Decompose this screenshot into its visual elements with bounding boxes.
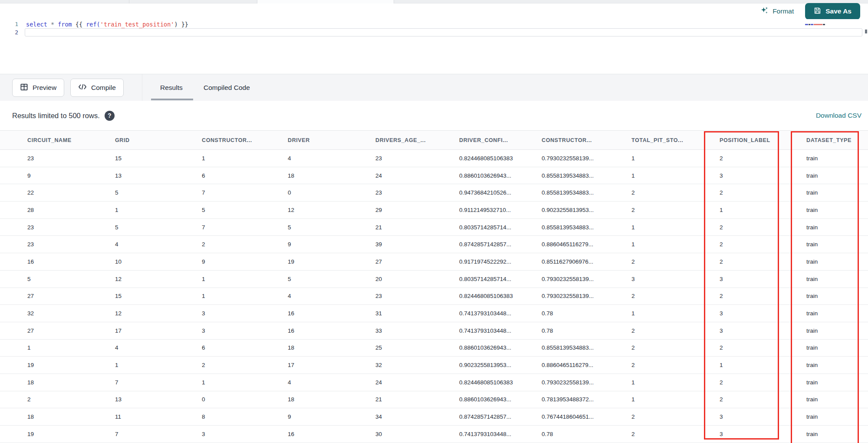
download-csv-link[interactable]: Download CSV: [816, 101, 861, 130]
table-cell: 5: [288, 224, 375, 231]
sparkles-icon: [760, 7, 769, 17]
tab-compiled-code[interactable]: Compiled Code: [204, 74, 250, 101]
table-cell: 0.824468085106383: [459, 293, 542, 299]
table-cell: 0.7813953488372...: [542, 396, 631, 403]
table-row: 231514230.8244680851063830.7930232558139…: [0, 150, 868, 167]
table-cell: 0.8511627906976...: [542, 258, 631, 265]
code-line-2[interactable]: 2: [0, 28, 868, 36]
table-cell: 1: [27, 344, 115, 351]
table-cell: 0.9473684210526...: [459, 189, 542, 196]
table-cell: 19: [27, 362, 115, 368]
column-header: CONSTRUCTOR...: [202, 137, 288, 143]
table-cell: 0.8558139534883...: [542, 344, 631, 351]
table-cell: 0.7930232558139...: [542, 155, 631, 162]
table-cell: 19: [288, 258, 375, 265]
preview-label: Preview: [33, 84, 56, 92]
format-button[interactable]: Format: [760, 7, 794, 17]
column-header: CIRCUIT_NAME: [27, 137, 115, 143]
tab-results[interactable]: Results: [160, 74, 183, 101]
table-cell: 1: [631, 310, 720, 317]
preview-button[interactable]: Preview: [12, 79, 64, 97]
table-row: 191217320.9023255813953...0.886046511627…: [0, 357, 868, 374]
table-cell: 0.8742857142857...: [459, 241, 542, 248]
table-cell: 0.9112149532710...: [459, 207, 542, 213]
table-cell: 27: [27, 293, 115, 299]
table-cell: 1: [202, 276, 288, 282]
table-cell: 4: [288, 379, 375, 386]
format-label: Format: [773, 7, 794, 15]
minimap[interactable]: [805, 24, 828, 26]
table-cell: 3: [720, 172, 806, 179]
table-cell: 12: [115, 276, 202, 282]
table-cell: 23: [375, 293, 459, 299]
tab-separator: [129, 0, 129, 3]
column-header: GRID: [115, 137, 202, 143]
table-cell: 0.8558139534883...: [542, 172, 631, 179]
row-limit-message: Results limited to 500 rows.: [12, 112, 100, 120]
table-cell: 0.824468085106383: [459, 379, 542, 386]
table-cell: 0.7930232558139...: [542, 379, 631, 386]
table-cell: 16: [288, 310, 375, 317]
table-cell: 7: [115, 431, 202, 437]
code-brackets-icon: [78, 83, 87, 93]
table-cell: train: [806, 396, 868, 403]
save-as-label: Save As: [825, 7, 852, 15]
code-token: [54, 21, 58, 28]
table-cell: 2: [631, 189, 720, 196]
column-header: POSITION_LABEL: [720, 137, 806, 143]
table-cell: 0.8558139534883...: [542, 189, 631, 196]
editor-toolbar: Format Save As: [0, 3, 868, 19]
table-cell: 17: [288, 362, 375, 368]
table-cell: 31: [375, 310, 459, 317]
table-cell: train: [806, 362, 868, 368]
code-token: }}: [178, 21, 188, 28]
table-cell: 0.7413793103448...: [459, 327, 542, 334]
table-cell: 2: [631, 362, 720, 368]
code-token: ref(: [86, 21, 100, 28]
scrollbar-marker[interactable]: [865, 30, 867, 33]
table-header: CIRCUIT_NAMEGRIDCONSTRUCTOR...DRIVERDRIV…: [0, 130, 868, 150]
table-cell: 3: [720, 413, 806, 420]
sql-editor[interactable]: 1 select * from {{ ref('train_test_posit…: [0, 19, 868, 74]
table-cell: 6: [202, 344, 288, 351]
table-row: 51215200.8035714285714...0.7930232558139…: [0, 271, 868, 288]
table-cell: 18: [288, 396, 375, 403]
table-cell: 23: [375, 155, 459, 162]
tab-separator: [257, 0, 257, 3]
table-cell: 3: [202, 327, 288, 334]
table-cell: 1: [631, 155, 720, 162]
table-cell: 16: [288, 327, 375, 334]
table-cell: 16: [288, 431, 375, 437]
table-cell: 11: [115, 413, 202, 420]
column-header: TOTAL_PIT_STO...: [631, 137, 720, 143]
table-cell: 2: [202, 241, 288, 248]
results-info-row: Results limited to 500 rows. ? Download …: [0, 101, 868, 130]
table-cell: 0.7413793103448...: [459, 310, 542, 317]
table-cell: 10: [115, 258, 202, 265]
table-cell: 28: [27, 207, 115, 213]
table-cell: 18: [27, 413, 115, 420]
table-cell: 0: [202, 396, 288, 403]
table-cell: 5: [202, 207, 288, 213]
compile-button[interactable]: Compile: [70, 79, 124, 97]
sql-code[interactable]: select * from {{ ref('train_test_positio…: [18, 21, 188, 28]
code-line-1[interactable]: 1 select * from {{ ref('train_test_posit…: [0, 20, 868, 28]
table-cell: 2: [631, 431, 720, 437]
table-cell: 0.7930232558139...: [542, 276, 631, 282]
table-cell: 2: [720, 344, 806, 351]
table-cell: train: [806, 413, 868, 420]
table-cell: 2: [720, 379, 806, 386]
help-icon[interactable]: ?: [105, 111, 115, 121]
table-cell: 12: [288, 207, 375, 213]
table-cell: 1: [115, 207, 202, 213]
results-panel-header: Preview Compile Results Compiled Code: [0, 74, 868, 101]
results-table: CIRCUIT_NAMEGRIDCONSTRUCTOR...DRIVERDRIV…: [0, 130, 868, 443]
save-as-button[interactable]: Save As: [805, 3, 860, 20]
table-cell: 4: [288, 155, 375, 162]
table-cell: 7: [115, 379, 202, 386]
table-cell: 2: [631, 207, 720, 213]
table-cell: 2: [631, 344, 720, 351]
compile-label: Compile: [91, 84, 116, 92]
table-cell: 18: [288, 172, 375, 179]
table-cell: 1: [202, 379, 288, 386]
